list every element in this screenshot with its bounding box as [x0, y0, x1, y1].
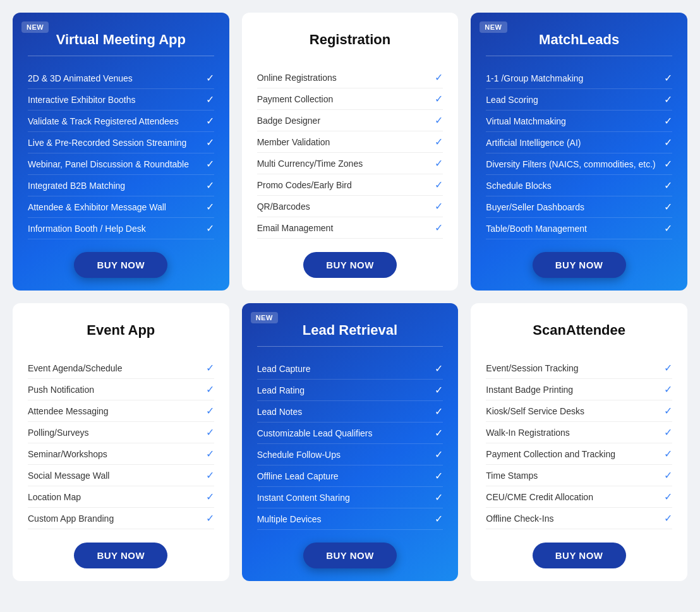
new-badge: NEW [21, 21, 49, 33]
check-icon: ✓ [664, 179, 672, 191]
feature-label: Payment Collection and Tracking [486, 449, 615, 459]
new-badge: NEW [480, 21, 507, 33]
feature-item: Instant Content Sharing✓ [257, 487, 444, 508]
feature-list: 2D & 3D Animated Venues✓Interactive Exhi… [28, 68, 214, 239]
feature-label: Badge Designer [257, 116, 320, 126]
feature-item: Kiosk/Self Service Desks✓ [486, 400, 672, 422]
feature-label: Member Validation [257, 137, 330, 147]
feature-item: 2D & 3D Animated Venues✓ [28, 68, 214, 89]
feature-item: Social Message Wall✓ [28, 465, 214, 486]
feature-item: Badge Designer✓ [257, 110, 444, 131]
feature-label: 1-1 /Group Matchmaking [486, 73, 583, 83]
feature-list: Online Registrations✓Payment Collection✓… [257, 67, 444, 239]
check-icon: ✓ [206, 93, 214, 105]
feature-item: Live & Pre-Recorded Session Streaming✓ [28, 132, 214, 153]
check-icon: ✓ [664, 491, 672, 503]
card-event-app: Event AppEvent Agenda/Schedule✓Push Noti… [13, 303, 229, 581]
feature-item: Interactive Exhibitor Booths✓ [28, 89, 214, 111]
feature-label: Schedule Follow-Ups [257, 450, 341, 460]
feature-label: Multi Currency/Time Zones [257, 159, 363, 169]
feature-item: Schedule Follow-Ups✓ [257, 444, 444, 465]
check-icon: ✓ [206, 426, 214, 438]
feature-item: Payment Collection and Tracking✓ [486, 443, 672, 465]
check-icon: ✓ [206, 362, 214, 374]
feature-label: Live & Pre-Recorded Session Streaming [28, 138, 186, 148]
feature-item: Custom App Branding✓ [28, 508, 214, 529]
feature-list: Event Agenda/Schedule✓Push Notification✓… [28, 357, 214, 530]
feature-item: Instant Badge Printing✓ [486, 379, 672, 400]
feature-item: Lead Scoring✓ [486, 89, 672, 111]
feature-label: QR/Barcodes [257, 201, 310, 212]
feature-item: Email Management✓ [257, 217, 444, 239]
feature-item: Webinar, Panel Discussion & Roundtable✓ [28, 153, 214, 175]
feature-list: Lead Capture✓Lead Rating✓Lead Notes✓Cust… [257, 358, 444, 530]
check-icon: ✓ [206, 222, 214, 234]
check-icon: ✓ [664, 222, 672, 234]
check-icon: ✓ [664, 136, 672, 148]
check-icon: ✓ [435, 427, 443, 439]
buy-now-button[interactable]: BUY NOW [303, 543, 397, 568]
check-icon: ✓ [435, 157, 443, 169]
feature-label: Buyer/Seller Dashboards [486, 202, 584, 212]
feature-item: Attendee Messaging✓ [28, 400, 214, 422]
feature-item: Virtual Matchmaking✓ [486, 111, 672, 132]
check-icon: ✓ [435, 405, 443, 417]
check-icon: ✓ [664, 469, 672, 481]
feature-item: 1-1 /Group Matchmaking✓ [486, 68, 672, 89]
feature-item: Offline Check-Ins✓ [486, 508, 672, 529]
feature-label: Diversity Filters (NAICS, commodities, e… [486, 159, 655, 169]
feature-item: Promo Codes/Early Bird✓ [257, 174, 444, 196]
check-icon: ✓ [664, 201, 672, 213]
card-registration: RegistrationOnline Registrations✓Payment… [242, 13, 459, 291]
buy-now-button[interactable]: BUY NOW [533, 252, 626, 278]
feature-item: Walk-In Registrations✓ [486, 422, 672, 443]
feature-label: Customizable Lead Qualifiers [257, 428, 373, 438]
feature-item: Validate & Track Registered Attendees✓ [28, 111, 214, 132]
feature-item: Online Registrations✓ [257, 67, 444, 88]
check-icon: ✓ [206, 469, 214, 481]
feature-label: Attendee & Exhibitor Message Wall [28, 202, 166, 212]
feature-item: Event/Session Tracking✓ [486, 357, 672, 379]
check-icon: ✓ [206, 136, 214, 148]
feature-label: Schedule Blocks [486, 181, 552, 191]
feature-item: Offline Lead Capture✓ [257, 465, 444, 487]
feature-label: Event/Session Tracking [486, 363, 578, 373]
check-icon: ✓ [435, 513, 443, 525]
feature-label: Kiosk/Self Service Desks [486, 406, 584, 416]
feature-label: Event Agenda/Schedule [28, 363, 122, 373]
check-icon: ✓ [435, 200, 443, 212]
feature-label: Offline Check-Ins [486, 513, 553, 524]
feature-label: Instant Badge Printing [486, 385, 573, 395]
feature-label: Table/Booth Management [486, 224, 587, 234]
feature-label: Multiple Devices [257, 514, 322, 524]
feature-label: Seminar/Workshops [28, 449, 107, 459]
buy-now-button[interactable]: BUY NOW [74, 543, 167, 568]
card-title: Event App [28, 322, 214, 346]
buy-now-button[interactable]: BUY NOW [303, 252, 397, 278]
feature-label: Custom App Branding [28, 513, 114, 524]
check-icon: ✓ [435, 222, 443, 234]
feature-label: Payment Collection [257, 94, 334, 104]
feature-label: Virtual Matchmaking [486, 116, 566, 126]
feature-item: Event Agenda/Schedule✓ [28, 357, 214, 379]
check-icon: ✓ [206, 72, 214, 84]
feature-label: Instant Content Sharing [257, 493, 350, 503]
buy-now-button[interactable]: BUY NOW [74, 252, 167, 278]
card-lead-retrieval: NEWLead RetrievalLead Capture✓Lead Ratin… [242, 303, 459, 581]
check-icon: ✓ [435, 363, 443, 375]
new-badge: NEW [251, 312, 278, 323]
feature-item: CEU/CME Credit Allocation✓ [486, 486, 672, 508]
feature-item: Time Stamps✓ [486, 465, 672, 486]
card-title: Lead Retrieval [257, 322, 444, 347]
feature-label: Integrated B2B Matching [28, 181, 125, 191]
feature-label: 2D & 3D Animated Venues [28, 73, 133, 83]
feature-label: Interactive Exhibitor Booths [28, 95, 135, 105]
check-icon: ✓ [206, 491, 214, 503]
check-icon: ✓ [435, 136, 443, 148]
check-icon: ✓ [664, 93, 672, 105]
check-icon: ✓ [435, 448, 443, 460]
check-icon: ✓ [664, 362, 672, 374]
feature-item: Artificial Intelligence (AI)✓ [486, 132, 672, 153]
card-title: Virtual Meeting App [28, 32, 214, 56]
buy-now-button[interactable]: BUY NOW [533, 543, 626, 568]
